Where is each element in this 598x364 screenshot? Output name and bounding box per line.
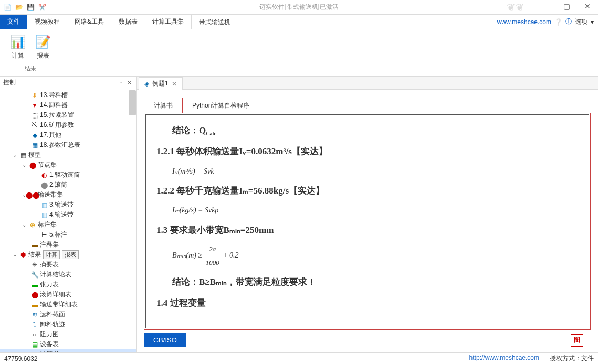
item-icon: 🔧 — [30, 271, 39, 279]
status-url[interactable]: http://www.meshcae.com — [469, 354, 539, 363]
tree-item[interactable]: ⬍13.导料槽 — [0, 90, 136, 100]
belt-icon: ▥ — [40, 211, 48, 219]
calc-button[interactable]: 📊 计算 — [7, 33, 28, 61]
tree-item[interactable]: ▦18.参数汇总表 — [0, 140, 136, 150]
tree-item[interactable]: ◐1.驱动滚筒 — [0, 170, 136, 180]
results-icon: ⬢ — [19, 251, 27, 259]
formula: Iₘ(kg/s) = Svkρ — [172, 204, 578, 218]
text-line: 结论：B≥Bₘᵢₙ，带宽满足粒度要求！ — [172, 274, 578, 291]
close-button[interactable]: ✕ — [577, 0, 598, 13]
tab-close-icon[interactable]: ✕ — [172, 80, 177, 88]
tree-item[interactable]: ▬输送带详细表 — [0, 299, 136, 309]
tree-item[interactable]: ▬张力表 — [0, 280, 136, 290]
gbiso-button[interactable]: GB/ISO — [144, 333, 186, 347]
maximize-button[interactable]: ▢ — [556, 0, 577, 13]
tree-item[interactable]: 🔧计算结论表 — [0, 270, 136, 280]
tu-badge[interactable]: 图 — [571, 334, 583, 347]
doc-tabs: ◈ 例题1 ✕ — [137, 77, 598, 90]
tree-model[interactable]: ⌄▦模型 — [0, 150, 136, 160]
panel-close-icon[interactable]: ✕ — [125, 79, 133, 87]
tree-item[interactable]: ✳摘要表 — [0, 260, 136, 270]
doc-bottom-bar: GB/ISO 图 — [144, 330, 591, 347]
heading: 1.2.2 每秒千克输送量Iₘ=56.88kg/s【实达】 — [156, 183, 578, 199]
tree-item[interactable]: ▤设备表 — [0, 339, 136, 349]
menu-data[interactable]: 数据表 — [111, 15, 145, 29]
model-icon: ▦ — [19, 151, 27, 159]
tool-icon[interactable]: ✂️ — [37, 2, 47, 13]
calc-document[interactable]: 结论：QCalc 1.2.1 每秒体积输送量Iᵥ=0.0632m³/s【实达】 … — [145, 114, 589, 328]
tree-item[interactable]: ▥3.输送带 — [0, 200, 136, 210]
text-line: 结论：QCalc — [172, 122, 578, 139]
tree-labels[interactable]: ⌄⊕标注集 — [0, 220, 136, 230]
tree-item[interactable]: ◆17.其他 — [0, 130, 136, 140]
caret-icon[interactable]: ⌄ — [21, 162, 27, 168]
save-icon[interactable]: 💾 — [25, 2, 36, 13]
tree-item[interactable]: ⛏16.矿用参数 — [0, 120, 136, 130]
tree-item[interactable]: ⊢5.标注 — [0, 230, 136, 240]
tree-item[interactable]: ↔阻力图 — [0, 329, 136, 339]
tree-item[interactable]: ▬注释集 — [0, 240, 136, 250]
open-file-icon[interactable]: 📂 — [14, 2, 24, 13]
pi-icon: π — [30, 350, 39, 353]
subtab-python[interactable]: Python计算自检程序 — [183, 98, 259, 113]
report-label: 报表 — [37, 51, 49, 60]
doc-tab[interactable]: ◈ 例题1 ✕ — [139, 77, 183, 90]
belt-icon: ▥ — [40, 201, 48, 209]
tree-results[interactable]: ⌄⬢结果计算报表 — [0, 250, 136, 260]
doc-body: 计算书 Python计算自检程序 结论：QCalc 1.2.1 每秒体积输送量I… — [137, 90, 598, 352]
tree-item[interactable]: ⤵卸料轨迹 — [0, 319, 136, 329]
menu-network[interactable]: 网络&工具 — [67, 15, 111, 29]
status-auth: 授权方式：文件 — [550, 354, 594, 363]
tension-icon: ⬚ — [30, 111, 39, 120]
other-icon: ◆ — [30, 131, 39, 140]
chute-icon: ⬍ — [30, 91, 39, 100]
header-url[interactable]: www.meshcae.com — [497, 18, 551, 26]
help-icon[interactable]: ❔ — [554, 18, 562, 26]
anno-icon: ▬ — [30, 241, 39, 249]
caret-icon[interactable]: ⌄ — [12, 252, 18, 258]
menu-video[interactable]: 视频教程 — [27, 15, 67, 29]
doc-tab-label: 例题1 — [152, 79, 169, 88]
tree-view[interactable]: ⬍13.导料槽 ▾14.卸料器 ⬚15.拉紧装置 ⛏16.矿用参数 ◆17.其他… — [0, 89, 136, 352]
tree-belts[interactable]: ⌄⬤⬤输送带集 — [0, 190, 136, 200]
tree-calc-book[interactable]: π计算书 — [0, 349, 136, 352]
control-panel: 控制 ▫ ✕ ⬍13.导料槽 ▾14.卸料器 ⬚15.拉紧装置 ⛏16.矿用参数… — [0, 77, 137, 352]
tree-item[interactable]: ⬚15.拉紧装置 — [0, 110, 136, 120]
titlebar: 📄 📂 💾 ✂️ ❦❦ 迈实软件|带式输送机|已激活 — ▢ ✕ — [0, 0, 598, 15]
sub-tabs: 计算书 Python计算自检程序 — [144, 97, 591, 113]
item-icon: ⤵ — [30, 320, 39, 329]
tree-item[interactable]: ⬤2.滚筒 — [0, 180, 136, 190]
tree-nodes[interactable]: ⌄⬤节点集 — [0, 160, 136, 170]
caret-icon[interactable]: ⌄ — [21, 222, 27, 228]
scrollbar-thumb[interactable] — [129, 90, 136, 115]
heading: 1.2.1 每秒体积输送量Iᵥ=0.0632m³/s【实达】 — [156, 143, 578, 160]
dropdown-icon[interactable]: ▾ — [591, 18, 594, 26]
caret-icon[interactable]: ⌄ — [12, 152, 18, 158]
quick-access: 📄 📂 💾 ✂️ — [2, 2, 47, 13]
item-icon: ▤ — [30, 340, 39, 349]
menu-calc-tools[interactable]: 计算工具集 — [145, 15, 191, 29]
panel-title: 控制 — [3, 78, 116, 87]
tree-report-button[interactable]: 报表 — [62, 250, 79, 259]
new-file-icon[interactable]: 📄 — [2, 2, 13, 13]
menu-conveyor[interactable]: 带式输送机 — [191, 15, 238, 29]
workspace: 控制 ▫ ✕ ⬍13.导料槽 ▾14.卸料器 ⬚15.拉紧装置 ⛏16.矿用参数… — [0, 77, 598, 352]
subtab-calc-book[interactable]: 计算书 — [144, 98, 183, 113]
tree-item[interactable]: ≋运料截面 — [0, 309, 136, 319]
report-button[interactable]: 📝 报表 — [33, 33, 54, 61]
dock-icon[interactable]: ▫ — [117, 79, 124, 87]
label-icon: ⊢ — [40, 231, 48, 239]
tree-item[interactable]: ⬤滚筒详细表 — [0, 290, 136, 299]
document-area: ◈ 例题1 ✕ 计算书 Python计算自检程序 结论：QCalc 1.2.1 … — [137, 77, 598, 352]
tree-calc-button[interactable]: 计算 — [43, 250, 60, 259]
tree-item[interactable]: ▾14.卸料器 — [0, 100, 136, 110]
status-left: 47759.6032 — [4, 355, 37, 362]
deco-icon: ❦❦ — [507, 1, 524, 14]
minimize-button[interactable]: — — [535, 0, 556, 13]
options-link[interactable]: 选项 — [575, 17, 587, 26]
tree-item[interactable]: ▥4.输送带 — [0, 210, 136, 220]
menu-file[interactable]: 文件 — [0, 15, 27, 29]
info-icon[interactable]: ⓘ — [565, 17, 572, 26]
unloader-icon: ▾ — [30, 101, 39, 110]
ribbon: 📊 计算 📝 报表 结果 — [0, 29, 598, 77]
